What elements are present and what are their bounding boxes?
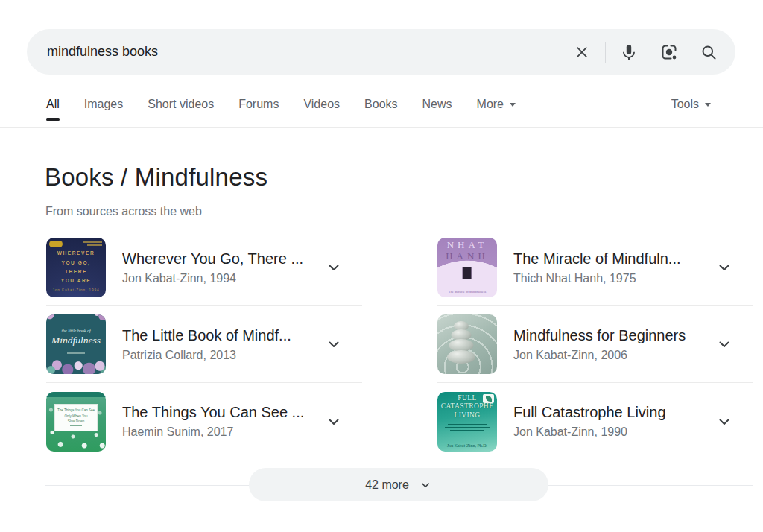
- book-info: The Things You Can See ... Haemin Sunim,…: [122, 404, 304, 439]
- chevron-down-icon[interactable]: [325, 335, 343, 353]
- book-result-row[interactable]: Mindfulness for Beginners Jon Kabat-Zinn…: [437, 306, 753, 383]
- cover-text-bar: [445, 427, 490, 428]
- book-cover-thumbnail[interactable]: The Things You Can See Only When You Slo…: [46, 392, 106, 452]
- tab-label: All: [46, 98, 60, 111]
- microphone-icon[interactable]: [620, 43, 638, 61]
- cover-author-line: Jon Kabat-Zinn, 1994: [46, 288, 106, 292]
- book-cover-thumbnail[interactable]: FULL CATASTROPHE LIVING Jon Kabat-Zinn, …: [437, 392, 497, 452]
- cover-text-bar: [70, 425, 82, 427]
- cover-title-line: The Things You Can See: [57, 408, 95, 412]
- cover-badge: [49, 241, 63, 247]
- search-icon[interactable]: [700, 43, 718, 61]
- search-input[interactable]: mindfulness books: [47, 44, 573, 60]
- tab-news[interactable]: News: [422, 98, 452, 111]
- book-info: The Miracle of Mindfuln... Thich Nhat Ha…: [513, 250, 681, 285]
- cover-title-line: HANH: [437, 250, 497, 262]
- tab-label: Books: [364, 98, 397, 111]
- book-author-year: Thich Nhat Hanh, 1975: [513, 272, 681, 285]
- cover-title-line: Slow Down: [68, 419, 85, 423]
- book-title: The Miracle of Mindfuln...: [513, 250, 681, 267]
- page-subtitle: From sources across the web: [45, 205, 202, 218]
- google-lens-icon[interactable]: [660, 43, 678, 61]
- book-cover-thumbnail[interactable]: WHEREVER YOU GO, THERE YOU ARE Jon Kabat…: [46, 238, 106, 297]
- tab-label: News: [422, 98, 452, 111]
- book-title: Full Catastrophe Living: [513, 404, 666, 421]
- book-title: The Things You Can See ...: [122, 404, 304, 421]
- book-title: Wherever You Go, There ...: [122, 250, 303, 267]
- tab-books[interactable]: Books: [364, 98, 397, 111]
- cover-title-line: Mindfulness: [46, 335, 106, 346]
- book-info: Wherever You Go, There ... Jon Kabat-Zin…: [122, 250, 303, 285]
- tab-short-videos[interactable]: Short videos: [148, 98, 214, 111]
- book-author-year: Jon Kabat-Zinn, 1994: [122, 272, 303, 285]
- book-cover-thumbnail[interactable]: [437, 314, 497, 374]
- cover-text-bar: [87, 244, 102, 246]
- more-results-section: 42 more: [0, 468, 763, 502]
- cover-title-line: YOU GO,: [61, 259, 90, 267]
- results-tab-bar: All Images Short videos Forums Videos Bo…: [46, 98, 516, 111]
- show-more-button[interactable]: 42 more: [249, 468, 548, 501]
- book-title: The Little Book of Mindf...: [122, 327, 291, 344]
- cover-title-line: CATASTROPHE: [437, 402, 497, 411]
- cover-banner: [46, 392, 106, 397]
- chevron-down-icon[interactable]: [325, 413, 343, 431]
- tab-images[interactable]: Images: [84, 98, 123, 111]
- tab-videos[interactable]: Videos: [303, 98, 340, 111]
- cover-text-bar: [450, 430, 484, 431]
- cover-caption: The Miracle of Mindfulness: [437, 290, 497, 294]
- cover-author-line: Jon Kabat-Zinn, Ph.D.: [437, 443, 497, 448]
- caret-down-icon: [510, 103, 516, 107]
- book-result-row[interactable]: NHAT HANH The Miracle of Mindfulness The…: [437, 229, 753, 306]
- cover-title-line: NHAT: [437, 239, 497, 251]
- cover-flowers: [46, 314, 106, 320]
- cover-title-line: LIVING: [437, 411, 497, 420]
- chevron-down-icon: [419, 478, 432, 492]
- book-result-row[interactable]: FULL CATASTROPHE LIVING Jon Kabat-Zinn, …: [437, 383, 753, 460]
- chevron-down-icon[interactable]: [325, 259, 343, 276]
- cover-title-line: THERE: [65, 267, 87, 276]
- book-info: Mindfulness for Beginners Jon Kabat-Zinn…: [513, 327, 686, 362]
- tab-forums[interactable]: Forums: [238, 98, 279, 111]
- tools-label: Tools: [671, 98, 699, 111]
- tab-label: Images: [84, 98, 123, 111]
- cover-title-line: YOU ARE: [61, 276, 92, 285]
- tools-menu[interactable]: Tools: [671, 98, 711, 111]
- close-icon[interactable]: [573, 43, 591, 61]
- chevron-down-icon[interactable]: [715, 259, 733, 276]
- search-bar-divider: [605, 42, 606, 63]
- cover-title-line: WHEREVER: [57, 249, 95, 258]
- tab-label: Forums: [238, 98, 279, 111]
- book-cover-thumbnail[interactable]: the little book of Mindfulness: [46, 314, 106, 374]
- cover-stone: [447, 350, 475, 364]
- book-author-year: Haemin Sunim, 2017: [122, 425, 304, 439]
- header-divider: [0, 127, 763, 128]
- tab-label: Videos: [303, 98, 340, 111]
- book-info: Full Catastrophe Living Jon Kabat-Zinn, …: [513, 404, 666, 439]
- book-author-year: Patrizia Collard, 2013: [122, 349, 291, 362]
- cover-title-block: FULL CATASTROPHE LIVING: [437, 394, 497, 421]
- book-info: The Little Book of Mindf... Patrizia Col…: [122, 327, 291, 362]
- cover-title-box: The Things You Can See Only When You Slo…: [54, 404, 98, 431]
- book-result-row[interactable]: the little book of Mindfulness The Littl…: [46, 306, 362, 383]
- tab-all[interactable]: All: [46, 98, 60, 111]
- cover-text-bar: [448, 424, 487, 425]
- search-bar[interactable]: mindfulness books: [27, 29, 735, 75]
- book-title: Mindfulness for Beginners: [513, 327, 686, 344]
- cover-title-line: Only When You: [64, 414, 87, 418]
- show-more-label: 42 more: [365, 478, 409, 492]
- cover-subtitle-line: the little book of: [46, 329, 106, 333]
- tab-more[interactable]: More: [477, 98, 516, 111]
- book-author-year: Jon Kabat-Zinn, 2006: [513, 349, 686, 362]
- cover-figure: [463, 267, 472, 279]
- book-result-row[interactable]: The Things You Can See Only When You Slo…: [46, 383, 362, 460]
- chevron-down-icon[interactable]: [715, 413, 733, 431]
- cover-flowers: [46, 354, 106, 374]
- chevron-down-icon[interactable]: [715, 335, 733, 353]
- book-cover-thumbnail[interactable]: NHAT HANH The Miracle of Mindfulness: [437, 238, 497, 297]
- book-author-year: Jon Kabat-Zinn, 1990: [513, 425, 666, 439]
- caret-down-icon: [705, 103, 711, 107]
- book-result-row[interactable]: WHEREVER YOU GO, THERE YOU ARE Jon Kabat…: [46, 229, 362, 306]
- cover-text-bar: [83, 241, 102, 243]
- cover-title-line: FULL: [437, 394, 497, 403]
- search-bar-actions: [573, 42, 735, 63]
